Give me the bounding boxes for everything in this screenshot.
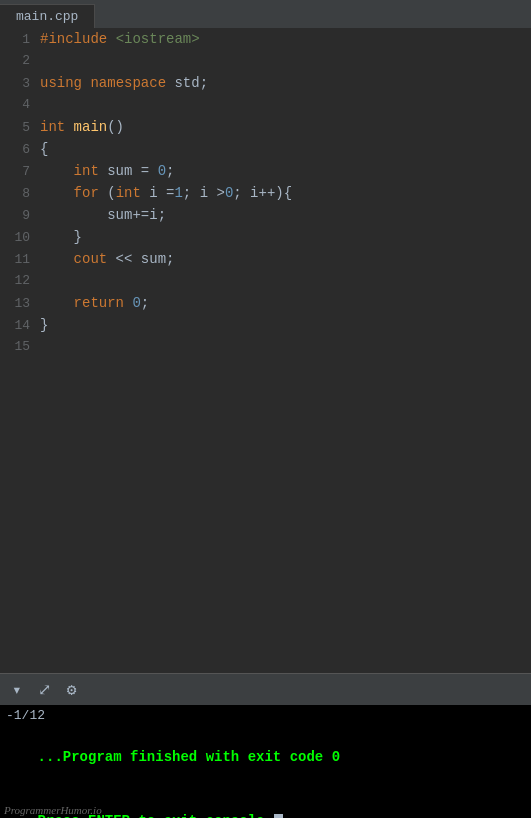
- console-nav-label: -1/12: [6, 708, 45, 723]
- console-nav: -1/12: [0, 705, 531, 725]
- line-content: int main(): [40, 116, 124, 138]
- line-number: 1: [0, 29, 40, 51]
- line-content: return 0;: [40, 292, 149, 314]
- toolbar: ▾ ⤢ ⚙: [0, 673, 531, 705]
- line-number: 14: [0, 315, 40, 337]
- line-number: 5: [0, 117, 40, 139]
- line-number: 12: [0, 270, 40, 292]
- code-line: 5int main(): [0, 116, 531, 138]
- line-number: 10: [0, 227, 40, 249]
- chevron-down-icon[interactable]: ▾: [8, 678, 26, 702]
- line-content: {: [40, 138, 48, 160]
- code-line: 10 }: [0, 226, 531, 248]
- tab-main-cpp[interactable]: main.cpp: [0, 4, 95, 28]
- watermark: ProgrammerHumor.io: [4, 804, 102, 816]
- line-number: 13: [0, 293, 40, 315]
- code-line: 11 cout << sum;: [0, 248, 531, 270]
- tab-label: main.cpp: [16, 9, 78, 24]
- code-line: 3using namespace std;: [0, 72, 531, 94]
- settings-icon[interactable]: ⚙: [63, 678, 81, 702]
- line-content: using namespace std;: [40, 72, 208, 94]
- code-editor: 1#include <iostream>23using namespace st…: [0, 28, 531, 673]
- expand-icon[interactable]: ⤢: [34, 678, 55, 702]
- code-line: 9 sum+=i;: [0, 204, 531, 226]
- line-content: int sum = 0;: [40, 160, 174, 182]
- line-number: 4: [0, 94, 40, 116]
- code-line: 14}: [0, 314, 531, 336]
- line-number: 8: [0, 183, 40, 205]
- code-line: 8 for (int i =1; i >0; i++){: [0, 182, 531, 204]
- code-line: 12: [0, 270, 531, 292]
- line-number: 9: [0, 205, 40, 227]
- code-line: 2: [0, 50, 531, 72]
- line-number: 11: [0, 249, 40, 271]
- line-number: 7: [0, 161, 40, 183]
- tab-bar: main.cpp: [0, 0, 531, 28]
- line-number: 15: [0, 336, 40, 358]
- line-content: sum+=i;: [40, 204, 166, 226]
- line-number: 2: [0, 50, 40, 72]
- line-number: 3: [0, 73, 40, 95]
- code-line: 4: [0, 94, 531, 116]
- line-content: #include <iostream>: [40, 28, 200, 50]
- code-line: 1#include <iostream>: [0, 28, 531, 50]
- line-content: }: [40, 314, 48, 336]
- line-number: 6: [0, 139, 40, 161]
- code-line: 15: [0, 336, 531, 358]
- console-line-1: ...Program finished with exit code 0: [0, 725, 531, 789]
- console-panel: -1/12 ...Program finished with exit code…: [0, 705, 531, 818]
- cursor: [274, 814, 283, 818]
- code-line: 13 return 0;: [0, 292, 531, 314]
- code-line: 7 int sum = 0;: [0, 160, 531, 182]
- code-line: 6{: [0, 138, 531, 160]
- line-content: cout << sum;: [40, 248, 174, 270]
- line-content: }: [40, 226, 82, 248]
- line-content: for (int i =1; i >0; i++){: [40, 182, 292, 204]
